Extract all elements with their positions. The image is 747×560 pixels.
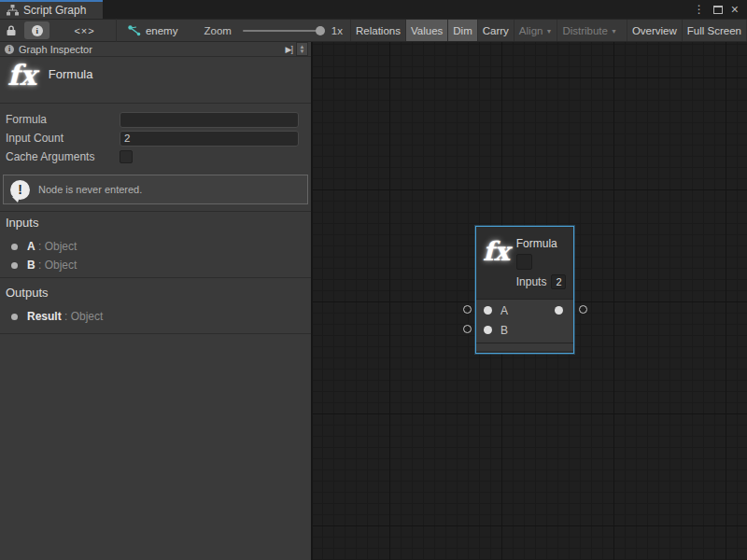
relations-button[interactable]: Relations [350, 20, 405, 41]
window-menu-icon[interactable]: ⋮ [694, 3, 705, 16]
input-port-b: B : Object [11, 259, 305, 272]
formula-input[interactable] [120, 112, 299, 128]
node-inputs-count-field[interactable]: 2 [551, 274, 566, 289]
node-formula-field[interactable] [516, 254, 532, 270]
graph-name: enemy [146, 25, 178, 36]
node-properties: Formula Input Count Cache Arguments [0, 104, 311, 166]
output-port-result: Result : Object [11, 310, 305, 323]
cache-arguments-checkbox[interactable] [120, 150, 133, 163]
port-bullet-icon [11, 314, 18, 320]
tab-bar: Script Graph ⋮ × [0, 0, 747, 19]
carry-button[interactable]: Carry [477, 20, 514, 41]
info-icon: i [5, 45, 14, 54]
graph-breadcrumb[interactable]: enemy [128, 25, 178, 36]
arrow-down-icon[interactable]: ▼ [300, 49, 305, 54]
outputs-header: Outputs [6, 286, 305, 300]
chevron-down-icon: ▼ [611, 28, 617, 35]
graph-inspector-panel: i Graph Inspector ▶] ▲ ▼ fx Formula Form… [0, 42, 313, 560]
formula-fx-icon: fx [483, 239, 510, 299]
external-port-b-socket[interactable] [463, 325, 472, 333]
toolbar-toggles: Relations Values Dim Carry Align ▼ Distr… [350, 20, 747, 41]
window-controls: ⋮ × [694, 0, 747, 19]
chevron-down-icon: ▼ [545, 28, 552, 35]
port-bullet-icon [11, 262, 18, 269]
formula-field-row: Formula [6, 110, 299, 129]
node-port-row-a: A [476, 301, 573, 320]
section-divider [0, 333, 311, 334]
node-summary: fx Formula [0, 57, 311, 104]
zoom-slider[interactable] [243, 30, 322, 32]
graph-inspector-header: i Graph Inspector ▶] ▲ ▼ [0, 42, 311, 57]
lock-icon [6, 24, 17, 36]
warning-box: ! Node is never entered. [3, 175, 308, 204]
formula-field-label: Formula [6, 113, 120, 126]
input-count-label: Input Count [6, 132, 120, 145]
tab-script-graph[interactable]: Script Graph [0, 0, 103, 19]
dock-panel-icon[interactable]: ▶] [286, 45, 292, 54]
overview-button[interactable]: Overview [627, 20, 682, 41]
zoom-label: Zoom [204, 25, 231, 36]
cache-arguments-label: Cache Arguments [6, 150, 120, 163]
formula-node-footer [476, 343, 573, 351]
values-button[interactable]: Values [405, 20, 447, 41]
graph-canvas[interactable]: fx Formula Inputs 2 A [313, 42, 747, 560]
outputs-section: Outputs Result : Object [0, 277, 311, 333]
formula-node-ports: A B [476, 299, 573, 343]
inputs-header: Inputs [6, 216, 305, 230]
align-dropdown[interactable]: Align ▼ [514, 20, 557, 41]
formula-node-header: fx Formula Inputs 2 [476, 227, 573, 299]
input-port-b-dot[interactable] [484, 326, 492, 334]
inspector-toggle-button[interactable]: i [24, 21, 49, 39]
cache-arguments-row: Cache Arguments [6, 147, 299, 166]
zoom-slider-thumb[interactable] [316, 26, 325, 35]
window-maximize-icon[interactable] [713, 6, 723, 14]
node-type-title: Formula [49, 67, 93, 103]
full-screen-button[interactable]: Full Screen [682, 20, 747, 41]
distribute-dropdown[interactable]: Distribute ▼ [557, 20, 622, 41]
input-port-a-dot[interactable] [484, 306, 492, 315]
input-count-input[interactable] [120, 131, 299, 147]
node-inputs-label: Inputs [516, 275, 547, 288]
external-port-result-socket[interactable] [579, 305, 587, 314]
graph-inspector-title: Graph Inspector [19, 44, 92, 55]
toolbar-separator [116, 19, 117, 42]
port-bullet-icon [11, 244, 18, 250]
graph-hierarchy-icon [7, 5, 19, 16]
script-graph-window: Script Graph ⋮ × i <×> enemy [0, 0, 747, 560]
graph-toolbar: i <×> enemy Zoom 1x Relations Values [0, 19, 747, 42]
tab-title: Script Graph [23, 4, 86, 17]
warning-text: Node is never entered. [38, 184, 142, 195]
node-port-row-b: B [476, 320, 573, 340]
dim-button[interactable]: Dim [447, 20, 476, 41]
formula-fx-icon: fx [7, 62, 36, 103]
info-icon: i [32, 25, 43, 36]
formula-node-title: Formula [516, 237, 557, 250]
output-port-result-dot[interactable] [555, 306, 563, 315]
zoom-value: 1x [331, 25, 343, 36]
code-view-button[interactable]: <×> [68, 20, 101, 41]
warning-icon: ! [10, 180, 30, 200]
panel-scrubber[interactable]: ▲ ▼ [296, 42, 308, 56]
window-close-icon[interactable]: × [731, 3, 739, 16]
inputs-section: Inputs A : Object B : Object [0, 211, 311, 277]
lock-button[interactable] [0, 20, 21, 41]
external-port-a-socket[interactable] [463, 305, 472, 314]
input-count-row: Input Count [6, 129, 299, 147]
input-port-a: A : Object [11, 240, 305, 253]
graph-asset-icon [128, 25, 141, 36]
formula-node[interactable]: fx Formula Inputs 2 A [475, 226, 574, 354]
